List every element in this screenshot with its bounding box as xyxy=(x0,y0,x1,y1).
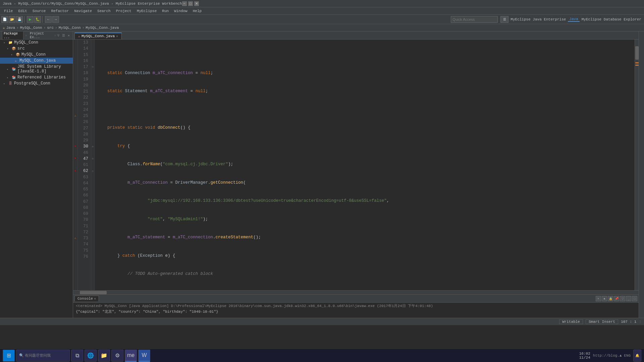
sidebar-tab-package[interactable]: Package ... xyxy=(2,32,23,40)
code-line-22: "root", "MySQLadmin1!"); xyxy=(97,216,632,222)
gutter-76 xyxy=(73,254,77,260)
maximize-button[interactable]: □ xyxy=(188,1,193,6)
tree-item-mysql-conn-java[interactable]: ☕ MySQL_Conn.java xyxy=(0,58,73,64)
menu-project[interactable]: Project xyxy=(113,8,134,14)
breadcrumb-java[interactable]: Java xyxy=(6,26,15,30)
ln-66: 66 xyxy=(80,192,88,198)
tree-item-mysql-conn-root[interactable]: ▾ 📁 MySQL_Conn xyxy=(0,40,73,46)
tree-label-postgresql: PostgreSQL_Conn xyxy=(14,81,50,86)
taskbar-taskview-button[interactable]: ⧉ xyxy=(71,350,83,362)
window-controls[interactable]: − □ ✕ xyxy=(182,1,199,6)
menu-edit[interactable]: Edit xyxy=(15,8,30,14)
code-content[interactable]: static Connection m_aTC_connection = nul… xyxy=(95,40,635,290)
tree-item-ref-libs[interactable]: ▸ 📚 Referenced Libraries xyxy=(0,74,73,80)
gutter-14 xyxy=(73,46,77,52)
taskbar-word-button[interactable]: W xyxy=(138,350,150,362)
menu-help[interactable]: Help xyxy=(190,8,204,14)
fold-62[interactable]: ⊖ xyxy=(92,168,94,174)
console-menu-button[interactable]: ▽ xyxy=(620,296,625,301)
console-maximize-button[interactable]: □ xyxy=(632,296,637,301)
tree-item-src[interactable]: ▾ 📦 src xyxy=(0,46,73,52)
ln-18: 18 xyxy=(80,70,88,76)
menu-refactor[interactable]: Refactor xyxy=(48,8,71,14)
tree-item-mysql-conn-pkg[interactable]: ▾ 📦 MySQL_Conn xyxy=(0,52,73,58)
toolbar-separator-2 xyxy=(42,16,44,23)
console-stop-button[interactable]: ■ xyxy=(602,296,607,301)
gutter-19 xyxy=(73,76,77,82)
gutter-72 xyxy=(73,229,77,235)
taskbar-myeclipse-button[interactable]: me xyxy=(125,350,137,362)
ln-65: 65 xyxy=(80,186,88,192)
breadcrumb-sep-1: › xyxy=(16,26,19,30)
breadcrumb-mysql-conn[interactable]: MySQL_Conn xyxy=(20,26,42,30)
sidebar-collapse-button[interactable]: ▽ xyxy=(56,33,60,38)
sidebar-menu-button[interactable]: ☰ xyxy=(61,33,66,38)
scrollbar-thumb-h[interactable] xyxy=(80,291,107,294)
quick-access-input[interactable] xyxy=(451,16,498,23)
tree-item-jre[interactable]: ▸ 📚 JRE System Library [JavaSE-1.8] xyxy=(0,64,73,74)
toolbar-new-button[interactable]: 📄 xyxy=(1,16,8,23)
menu-myeclipse[interactable]: MyEclipse xyxy=(134,8,159,14)
sidebar-tab-project[interactable]: Project Ex... xyxy=(29,32,53,40)
fold-47[interactable]: ⊕ xyxy=(92,156,94,162)
status-extra: | xyxy=(639,320,641,324)
menu-run[interactable]: Run xyxy=(159,8,171,14)
toolbar-forward-button[interactable]: → xyxy=(52,16,59,23)
tab-close-button[interactable]: ✕ xyxy=(116,34,118,38)
toolbar-run-button[interactable]: ▶ xyxy=(27,16,34,23)
perspective-java[interactable]: Java xyxy=(568,17,579,22)
taskbar-start-button[interactable]: ⊞ xyxy=(3,350,15,362)
toolbar-save-button[interactable]: 💾 xyxy=(16,16,23,23)
menu-search[interactable]: Search xyxy=(95,8,113,14)
fold-17[interactable]: ⊖ xyxy=(92,64,94,70)
breadcrumb-file[interactable]: MySQL_Conn.java xyxy=(86,26,119,30)
taskbar-notification-button[interactable]: 🔔 xyxy=(633,350,641,362)
code-line-24: } catch (Exception e) { xyxy=(97,253,632,259)
perspective-myeclipse-java-enterprise[interactable]: MyEclipse Java Enterprise xyxy=(509,17,567,21)
editor-scrollbar-vertical[interactable] xyxy=(635,40,639,290)
menu-source[interactable]: Source xyxy=(30,8,49,14)
breadcrumb-package[interactable]: MySQL_Conn xyxy=(59,26,81,30)
editor-tab-mysql-conn-java[interactable]: ☕ MySQL_Conn.java ✕ xyxy=(74,33,122,39)
code-editor[interactable]: ⚠ ● ● ● ⚠ xyxy=(73,40,639,290)
taskbar-app1-button[interactable]: ⚙ xyxy=(111,350,123,362)
toolbar-open-button[interactable]: 📂 xyxy=(9,16,15,23)
taskbar-chrome-button[interactable]: 🌐 xyxy=(85,350,97,362)
console-pin-button[interactable]: 📌 xyxy=(614,296,619,301)
console-tab-close-button[interactable]: ✕ xyxy=(94,297,96,301)
scrollbar-thumb-v[interactable] xyxy=(635,46,639,60)
editor-scrollbar-horizontal[interactable] xyxy=(73,290,639,294)
close-button[interactable]: ✕ xyxy=(194,1,199,6)
sidebar-close-button[interactable]: ✕ xyxy=(67,33,71,38)
taskbar-search-button[interactable]: 🔍 有问题尽管问我 xyxy=(16,350,70,362)
line-numbers: 13 14 15 16 17 18 19 20 21 22 23 24 25 2… xyxy=(78,40,91,290)
status-writable[interactable]: Writable xyxy=(559,319,583,324)
ln-27: 27 xyxy=(80,125,88,131)
toolbar-debug-button[interactable]: 🐛 xyxy=(34,16,41,23)
ln-14: 14 xyxy=(80,46,88,52)
menu-navigate[interactable]: Navigate xyxy=(71,8,95,14)
sidebar-header-buttons[interactable]: ▽ ☰ ✕ xyxy=(56,33,71,38)
db-icon: 🗄 xyxy=(8,81,13,86)
menu-file[interactable]: File xyxy=(1,8,15,14)
console-clear-button[interactable]: ✕ xyxy=(596,296,601,301)
taskbar-explorer-button[interactable]: 📁 xyxy=(98,350,110,362)
status-insert-mode[interactable]: Smart Insert xyxy=(586,319,618,324)
perspective-switch-button[interactable]: ☰ xyxy=(500,16,508,23)
console-minimize-button[interactable]: _ xyxy=(626,296,631,301)
menu-window[interactable]: Window xyxy=(171,8,190,14)
right-panel xyxy=(639,32,644,318)
tab-icon: ☕ xyxy=(78,34,80,38)
toolbar-back-button[interactable]: ← xyxy=(45,16,52,23)
breadcrumb-src[interactable]: src xyxy=(47,26,54,30)
code-line-18: try { xyxy=(97,143,632,149)
ln-72: 72 xyxy=(80,229,88,235)
code-line-21: "jdbc:mysql://192.168.133.136:3306/dbtes… xyxy=(97,198,632,204)
breadcrumb-sep-3: › xyxy=(55,26,57,30)
console-scroll-lock-button[interactable]: 🔒 xyxy=(608,296,613,301)
console-tab-console[interactable]: Console ✕ xyxy=(74,296,99,301)
perspective-myeclipse-db[interactable]: MyEclipse Database Explorer xyxy=(580,17,643,21)
minimize-button[interactable]: − xyxy=(182,1,187,6)
tree-item-postgresql[interactable]: ▸ 🗄 PostgreSQL_Conn xyxy=(0,80,73,86)
fold-30[interactable]: ⊕ xyxy=(92,143,94,149)
